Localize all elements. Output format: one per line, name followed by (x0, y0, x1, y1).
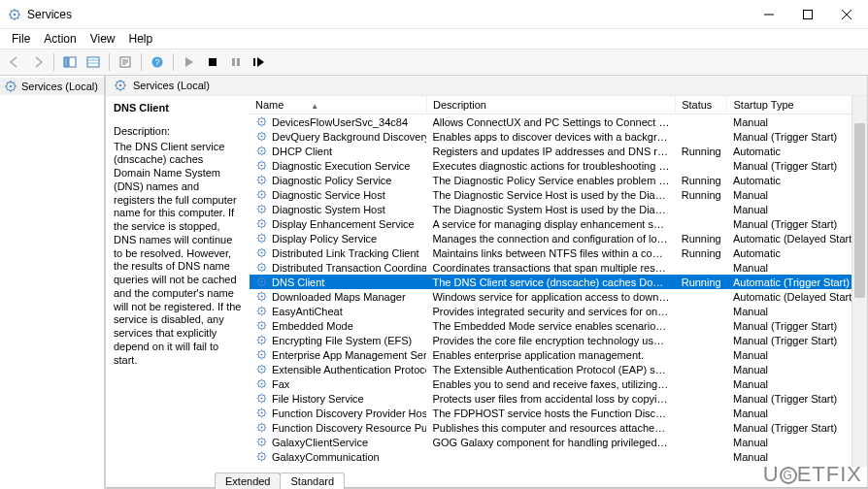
svg-text:?: ? (154, 57, 159, 67)
tree-node-services-local[interactable]: Services (Local) (0, 78, 104, 95)
table-row[interactable]: Encrypting File System (EFS)Provides the… (250, 333, 867, 347)
menu-view[interactable]: View (84, 30, 121, 48)
table-row[interactable]: Distributed Transaction CoordinatorCoord… (250, 260, 867, 275)
gear-icon (114, 79, 127, 92)
service-icon (255, 290, 268, 303)
description-panel: DNS Client Description: The DNS Client s… (106, 96, 250, 467)
service-icon (255, 421, 268, 434)
maximize-button[interactable] (788, 1, 827, 28)
service-status (676, 216, 727, 231)
service-name: DHCP Client (272, 146, 332, 157)
table-row[interactable]: Diagnostic Execution ServiceExecutes dia… (250, 158, 867, 173)
table-row[interactable]: File History ServiceProtects user files … (250, 391, 867, 406)
service-startup: Manual (727, 376, 867, 391)
service-status: Running (676, 275, 727, 289)
column-status[interactable]: Status (676, 96, 727, 114)
scroll-thumb[interactable] (854, 123, 865, 298)
details-button[interactable] (83, 51, 104, 73)
services-list[interactable]: Name▲ Description Status Startup Type De… (250, 96, 867, 467)
table-row[interactable]: Enterprise App Management ServiceEnables… (250, 347, 867, 362)
service-startup: Manual (Trigger Start) (727, 333, 867, 347)
help-button[interactable]: ? (147, 51, 168, 73)
svg-rect-12 (253, 58, 255, 66)
service-description: The Diagnostic System Host is used by th… (426, 202, 675, 216)
service-name: DNS Client (272, 277, 324, 288)
service-name: Downloaded Maps Manager (272, 291, 406, 303)
table-row[interactable]: FaxEnables you to send and receive faxes… (250, 376, 867, 391)
menu-file[interactable]: File (6, 30, 36, 48)
table-row[interactable]: Diagnostic System HostThe Diagnostic Sys… (250, 202, 867, 216)
service-status (676, 391, 727, 406)
service-status (676, 260, 727, 275)
service-description (426, 449, 675, 464)
service-name: Extensible Authentication Protocol (272, 364, 426, 375)
service-startup: Automatic (727, 173, 867, 187)
svg-point-26 (260, 179, 262, 180)
service-icon (255, 217, 268, 230)
service-status (676, 435, 727, 449)
vertical-scrollbar[interactable] (851, 96, 867, 467)
service-startup: Manual (Trigger Start) (727, 318, 867, 333)
table-row[interactable]: Diagnostic Service HostThe Diagnostic Se… (250, 187, 867, 202)
service-description: Enables apps to discover devices with a … (426, 129, 675, 144)
table-row[interactable]: Display Enhancement ServiceA service for… (250, 216, 867, 231)
service-icon (255, 377, 268, 390)
pause-service-button[interactable] (225, 51, 247, 73)
service-startup: Manual (727, 187, 867, 202)
table-row[interactable]: Diagnostic Policy ServiceThe Diagnostic … (250, 173, 867, 187)
svg-point-56 (260, 397, 262, 399)
service-startup: Manual (Trigger Start) (727, 420, 867, 435)
service-status (676, 304, 727, 318)
table-row[interactable]: DevQuery Background Discovery BrokerEnab… (250, 129, 867, 144)
service-status: Running (676, 231, 727, 245)
service-description: The DNS Client service (dnscache) caches… (426, 275, 675, 289)
table-row[interactable]: Embedded ModeThe Embedded Mode service e… (250, 318, 867, 333)
column-description[interactable]: Description (426, 96, 675, 114)
forward-button[interactable] (27, 51, 49, 73)
table-row[interactable]: Function Discovery Provider HostThe FDPH… (250, 406, 867, 420)
service-description: Publishes this computer and resources at… (426, 420, 675, 435)
service-startup: Manual (Trigger Start) (727, 129, 867, 144)
service-name: EasyAntiCheat (272, 306, 343, 317)
table-row[interactable]: Function Discovery Resource PublicationP… (250, 420, 867, 435)
column-startup-type[interactable]: Startup Type (727, 96, 867, 114)
table-row[interactable]: Downloaded Maps ManagerWindows service f… (250, 289, 867, 304)
tab-extended[interactable]: Extended (215, 473, 281, 489)
minimize-button[interactable] (750, 1, 788, 28)
menu-help[interactable]: Help (123, 30, 159, 48)
start-service-button[interactable] (179, 51, 200, 73)
svg-point-18 (260, 120, 262, 122)
restart-service-button[interactable] (249, 51, 270, 73)
table-row[interactable]: DNS ClientThe DNS Client service (dnscac… (250, 275, 867, 289)
table-row[interactable]: GalaxyCommunicationManual (250, 449, 867, 464)
service-startup: Manual (727, 362, 867, 376)
main-area: Services (Local) Services (Local) DNS Cl… (0, 76, 868, 489)
table-row[interactable]: EasyAntiCheatProvides integrated securit… (250, 304, 867, 318)
sort-asc-icon: ▲ (311, 102, 318, 111)
close-button[interactable] (827, 1, 866, 28)
column-name[interactable]: Name▲ (250, 96, 426, 114)
service-startup: Manual (727, 435, 867, 449)
stop-service-button[interactable] (202, 51, 223, 73)
table-row[interactable]: Distributed Link Tracking ClientMaintain… (250, 245, 867, 260)
service-name: Enterprise App Management Service (272, 349, 426, 361)
service-name: Distributed Link Tracking Client (272, 247, 419, 259)
menu-action[interactable]: Action (38, 30, 82, 48)
back-button[interactable] (4, 51, 25, 73)
show-hide-tree-button[interactable] (59, 51, 81, 73)
svg-point-58 (260, 411, 262, 413)
properties-button[interactable] (115, 51, 136, 73)
table-row[interactable]: Extensible Authentication ProtocolThe Ex… (250, 362, 867, 376)
table-row[interactable]: GalaxyClientServiceGOG Galaxy component … (250, 435, 867, 449)
service-icon (255, 159, 268, 172)
service-startup: Automatic (Trigger Start) (727, 275, 867, 289)
svg-point-16 (119, 84, 122, 87)
tab-standard[interactable]: Standard (280, 473, 345, 489)
table-row[interactable]: DHCP ClientRegisters and updates IP addr… (250, 144, 867, 158)
table-row[interactable]: DevicesFlowUserSvc_34c84Allows ConnectUX… (250, 114, 867, 130)
service-startup: Manual (727, 347, 867, 362)
service-name: Display Enhancement Service (272, 218, 415, 230)
service-status (676, 406, 727, 420)
service-status (676, 449, 727, 464)
table-row[interactable]: Display Policy ServiceManages the connec… (250, 231, 867, 245)
